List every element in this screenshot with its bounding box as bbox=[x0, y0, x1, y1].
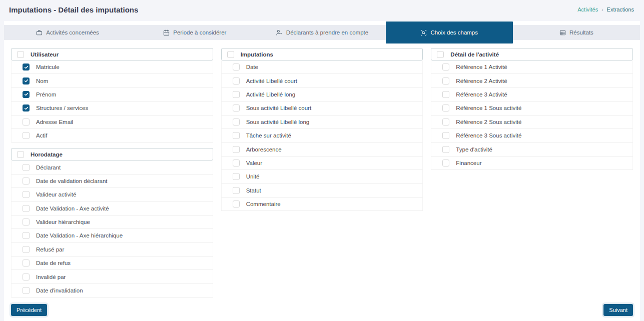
checkbox-unchecked[interactable] bbox=[23, 218, 30, 226]
group-header-utilisateur[interactable]: Utilisateur bbox=[11, 48, 213, 60]
checkbox-unchecked[interactable] bbox=[442, 91, 449, 98]
checkbox-unchecked[interactable] bbox=[233, 200, 240, 208]
checkbox-unchecked[interactable] bbox=[227, 51, 234, 58]
field-row-prenom[interactable]: Prénom bbox=[11, 88, 213, 102]
field-row-financeur[interactable]: Financeur bbox=[431, 156, 633, 170]
field-row-declarant[interactable]: Déclarant bbox=[11, 160, 213, 174]
checkbox-unchecked[interactable] bbox=[23, 178, 30, 184]
field-row-reference-1-activite[interactable]: Référence 1 Activité bbox=[431, 60, 633, 74]
field-row-sous-activite-libelle-long[interactable]: Sous activité Libellé long bbox=[221, 116, 423, 129]
tab-label: Déclarants à prendre en compte bbox=[286, 30, 368, 36]
field-row-nom[interactable]: Nom bbox=[11, 74, 213, 88]
checkbox-unchecked[interactable] bbox=[442, 118, 449, 126]
checkbox-unchecked[interactable] bbox=[233, 160, 240, 166]
tab-choix-des-champs[interactable]: Choix des champs bbox=[386, 22, 513, 44]
checkbox-unchecked[interactable] bbox=[233, 104, 240, 112]
field-column: UtilisateurMatriculeNomPrénomStructures … bbox=[11, 48, 213, 298]
checkbox-unchecked[interactable] bbox=[442, 78, 449, 84]
checkbox-unchecked[interactable] bbox=[23, 287, 30, 294]
field-row-valideur-hierarchique[interactable]: Valideur hiérarchique bbox=[11, 216, 213, 229]
group-header-detail-de-l-activite[interactable]: Détail de l'activité bbox=[431, 48, 633, 60]
field-label: Date Validation - Axe hiérarchique bbox=[36, 232, 123, 238]
field-label: Structures / services bbox=[36, 105, 88, 111]
page-title: Imputations - Détail des imputations bbox=[9, 6, 138, 14]
checkbox-unchecked[interactable] bbox=[437, 51, 444, 58]
checkbox-unchecked[interactable] bbox=[442, 160, 449, 166]
checkbox-checked[interactable] bbox=[23, 91, 30, 98]
previous-button[interactable]: Précédent bbox=[11, 304, 47, 316]
field-row-reference-2-sous-activite[interactable]: Référence 2 Sous activité bbox=[431, 116, 633, 129]
field-row-sous-activite-libelle-court[interactable]: Sous activité Libellé court bbox=[221, 102, 423, 115]
field-label: Référence 1 Sous activité bbox=[456, 105, 521, 111]
tab-bar: Activités concernéesPeriode à considérer… bbox=[4, 25, 640, 40]
checkbox-unchecked[interactable] bbox=[442, 64, 449, 70]
field-row-reference-3-sous-activite[interactable]: Référence 3 Sous activité bbox=[431, 129, 633, 142]
tab-activites-concernees[interactable]: Activités concernées bbox=[4, 25, 131, 40]
breadcrumb-link-activites[interactable]: Activités bbox=[577, 6, 598, 12]
checkbox-unchecked[interactable] bbox=[442, 132, 449, 139]
field-row-matricule[interactable]: Matricule bbox=[11, 60, 213, 74]
field-label: Nom bbox=[36, 78, 48, 84]
checkbox-unchecked[interactable] bbox=[23, 246, 30, 253]
field-row-reference-1-sous-activite[interactable]: Référence 1 Sous activité bbox=[431, 102, 633, 115]
field-row-adresse-email[interactable]: Adresse Email bbox=[11, 116, 213, 129]
next-button[interactable]: Suivant bbox=[603, 304, 633, 316]
field-row-invalide-par[interactable]: Invalidé par bbox=[11, 270, 213, 284]
checkbox-unchecked[interactable] bbox=[233, 173, 240, 180]
checkbox-unchecked[interactable] bbox=[23, 260, 30, 266]
group-header-horodatage[interactable]: Horodatage bbox=[11, 148, 213, 160]
field-row-type-d-activite[interactable]: Type d'activité bbox=[431, 142, 633, 156]
tab-periode-a-considerer[interactable]: Periode à considérer bbox=[131, 25, 258, 40]
checkbox-checked[interactable] bbox=[23, 64, 30, 70]
field-label: Date Validation - Axe activité bbox=[36, 206, 109, 212]
checkbox-unchecked[interactable] bbox=[17, 51, 24, 58]
checkbox-unchecked[interactable] bbox=[233, 78, 240, 84]
field-row-activite-libelle-court[interactable]: Activité Libellé court bbox=[221, 74, 423, 88]
group-utilisateur: UtilisateurMatriculeNomPrénomStructures … bbox=[11, 48, 213, 142]
field-row-actif[interactable]: Actif bbox=[11, 129, 213, 142]
field-row-date-validation-axe-hierarchique[interactable]: Date Validation - Axe hiérarchique bbox=[11, 229, 213, 242]
field-row-unite[interactable]: Unité bbox=[221, 170, 423, 184]
checkbox-unchecked[interactable] bbox=[23, 205, 30, 212]
field-row-activite-libelle-long[interactable]: Activité Libellé long bbox=[221, 88, 423, 102]
field-row-refuse-par[interactable]: Refusé par bbox=[11, 243, 213, 256]
checkbox-unchecked[interactable] bbox=[23, 118, 30, 126]
field-row-reference-2-activite[interactable]: Référence 2 Activité bbox=[431, 74, 633, 88]
checkbox-unchecked[interactable] bbox=[233, 187, 240, 194]
group-title: Détail de l'activité bbox=[450, 52, 499, 58]
checkbox-unchecked[interactable] bbox=[233, 64, 240, 70]
checkbox-unchecked[interactable] bbox=[23, 232, 30, 239]
field-row-valideur-activite[interactable]: Valideur activité bbox=[11, 188, 213, 202]
checkbox-unchecked[interactable] bbox=[17, 151, 24, 158]
field-row-date-d-invalidation[interactable]: Date d'invalidation bbox=[11, 284, 213, 298]
checkbox-unchecked[interactable] bbox=[233, 118, 240, 126]
checkbox-unchecked[interactable] bbox=[233, 91, 240, 98]
checkbox-unchecked[interactable] bbox=[23, 274, 30, 280]
group-header-imputations[interactable]: Imputations bbox=[221, 48, 423, 60]
checkbox-checked[interactable] bbox=[23, 78, 30, 84]
checkbox-checked[interactable] bbox=[23, 104, 30, 112]
field-label: Référence 2 Sous activité bbox=[456, 119, 521, 125]
checkbox-unchecked[interactable] bbox=[23, 191, 30, 198]
field-row-tache-sur-activite[interactable]: Tâche sur activité bbox=[221, 129, 423, 142]
checkbox-unchecked[interactable] bbox=[233, 132, 240, 139]
field-row-arborescence[interactable]: Arborescence bbox=[221, 142, 423, 156]
field-row-date-de-validation-declarant[interactable]: Date de validation déclarant bbox=[11, 174, 213, 188]
checkbox-unchecked[interactable] bbox=[23, 132, 30, 139]
checkbox-unchecked[interactable] bbox=[442, 104, 449, 112]
tab-declarants-a-prendre-en-compte[interactable]: Déclarants à prendre en compte bbox=[258, 25, 385, 40]
field-row-date-validation-axe-activite[interactable]: Date Validation - Axe activité bbox=[11, 202, 213, 216]
field-row-reference-3-activite[interactable]: Référence 3 Activité bbox=[431, 88, 633, 102]
checkbox-unchecked[interactable] bbox=[23, 164, 30, 171]
search-selection-icon bbox=[420, 30, 427, 36]
field-row-structures-services[interactable]: Structures / services bbox=[11, 102, 213, 115]
checkbox-unchecked[interactable] bbox=[233, 146, 240, 153]
breadcrumb-link-extractions[interactable]: Extractions bbox=[607, 6, 634, 12]
field-row-valeur[interactable]: Valeur bbox=[221, 156, 423, 170]
field-row-commentaire[interactable]: Commentaire bbox=[221, 198, 423, 211]
field-row-date[interactable]: Date bbox=[221, 60, 423, 74]
field-row-statut[interactable]: Statut bbox=[221, 184, 423, 198]
tab-resultats[interactable]: Résultats bbox=[513, 25, 640, 40]
checkbox-unchecked[interactable] bbox=[442, 146, 449, 153]
field-row-date-de-refus[interactable]: Date de refus bbox=[11, 256, 213, 270]
